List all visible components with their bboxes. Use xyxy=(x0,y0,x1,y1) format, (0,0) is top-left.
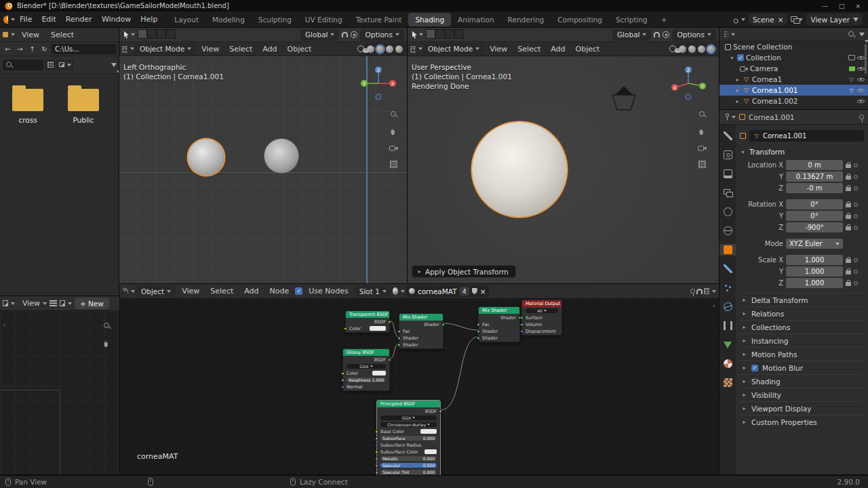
node-transparent-bsdf[interactable]: Transparent BSDF BSDF Color xyxy=(345,310,390,333)
cornea-object-rendered[interactable] xyxy=(472,122,567,217)
input-socket[interactable] xyxy=(477,329,480,333)
filter-files-icon[interactable] xyxy=(111,63,117,67)
viewport-canvas[interactable]: User Perspective (1) Collection | Cornea… xyxy=(408,56,719,284)
pin-icon[interactable] xyxy=(859,115,864,119)
view-layer-selector[interactable]: View Layer xyxy=(806,14,863,25)
metallic-slider[interactable]: Metallic0.000 xyxy=(380,456,437,461)
sidebar-toggle-icon[interactable]: ‹ xyxy=(711,303,717,309)
editor-type-icon[interactable] xyxy=(410,43,422,55)
maximize-button[interactable]: □ xyxy=(839,3,845,9)
section-shading[interactable]: ▸Shading xyxy=(740,374,864,388)
outliner-row-collection[interactable]: ▾ ✓ Collection xyxy=(719,52,868,63)
mode-select[interactable]: Object Mode xyxy=(423,43,484,55)
input-socket[interactable] xyxy=(520,316,524,319)
input-socket[interactable] xyxy=(520,329,524,333)
location-z-field[interactable]: -0 m xyxy=(786,183,843,193)
lock-icon[interactable] xyxy=(846,164,851,168)
section-relations[interactable]: ▸Relations xyxy=(740,306,864,320)
properties-tab-object-data[interactable] xyxy=(719,339,736,350)
input-socket[interactable] xyxy=(341,371,344,375)
editor-type-icon[interactable] xyxy=(123,285,135,297)
animate-dot[interactable] xyxy=(854,226,858,230)
refresh-button[interactable]: ↻ xyxy=(39,44,50,54)
editor-type-icon[interactable] xyxy=(122,43,134,55)
object-name[interactable]: Cornea1.001 xyxy=(763,132,806,140)
lock-icon[interactable] xyxy=(846,270,851,274)
input-socket[interactable] xyxy=(344,327,347,330)
sidebar-toggle-icon[interactable]: ‹ xyxy=(1,322,7,328)
tab-animation[interactable]: Animation xyxy=(451,13,501,26)
cornea-object-selected[interactable] xyxy=(188,139,224,176)
folder-item[interactable]: Public xyxy=(64,85,103,124)
lock-icon[interactable] xyxy=(846,226,851,230)
navigation-gizmo[interactable]: X Y Z xyxy=(669,64,707,102)
pan-hand-icon[interactable] xyxy=(390,127,397,136)
lock-icon[interactable] xyxy=(846,176,851,180)
pin-icon[interactable] xyxy=(690,289,695,293)
rotation-mode-select[interactable]: XYZ Euler xyxy=(786,239,843,249)
eye-object[interactable] xyxy=(264,138,299,174)
rotation-x-field[interactable]: 0° xyxy=(786,199,843,209)
camera-data-icon[interactable] xyxy=(849,66,855,71)
pan-hand-icon[interactable] xyxy=(103,340,111,348)
tab-texture-paint[interactable]: Texture Paint xyxy=(349,13,409,26)
properties-tab-particles[interactable] xyxy=(719,282,736,293)
node-mix-shader-1[interactable]: Mix Shader Shader Fac Shader Shader xyxy=(399,313,443,349)
folder-item[interactable]: cross xyxy=(8,85,47,124)
node-material-output[interactable]: Material Output All Surface Volume Displ… xyxy=(521,300,562,336)
outliner-row-cornea1-001[interactable]: ▸ ▽ Cornea1.001 ▽ xyxy=(719,85,868,96)
screen-icon[interactable] xyxy=(848,55,855,60)
zoom-icon[interactable] xyxy=(390,110,397,118)
overlay-options-icon[interactable] xyxy=(704,285,716,297)
properties-tab-world[interactable] xyxy=(719,225,736,237)
lock-icon[interactable] xyxy=(846,282,851,286)
material-browse-icon[interactable] xyxy=(393,285,405,297)
eye-icon[interactable] xyxy=(857,98,865,104)
active-tool-icon[interactable] xyxy=(123,29,135,41)
output-socket[interactable] xyxy=(439,409,442,413)
outliner-row-cornea1[interactable]: ▸ ▽ Cornea1 ▽ xyxy=(719,74,868,85)
tab-compositing[interactable]: Compositing xyxy=(551,13,609,26)
input-socket[interactable] xyxy=(341,378,344,382)
output-socket[interactable] xyxy=(388,358,391,361)
operator-redo-panel[interactable]: ▸ Apply Object Transform xyxy=(412,265,516,278)
input-socket[interactable] xyxy=(375,457,378,460)
menu-select[interactable]: Select xyxy=(46,30,79,39)
eye-icon[interactable] xyxy=(857,54,865,61)
tab-layout[interactable]: Layout xyxy=(167,13,205,26)
section-visibility[interactable]: ▸Visibility xyxy=(740,388,864,401)
collection-checkbox[interactable]: ✓ xyxy=(737,54,744,61)
node-mix-shader-2[interactable]: Mix Shader Shader Fac Shader Shader xyxy=(478,306,520,342)
unlink-material-button[interactable]: × xyxy=(480,287,486,296)
editor-type-icon[interactable] xyxy=(723,28,735,40)
rendered-shading-icon[interactable] xyxy=(395,45,403,53)
menu-select[interactable]: Select xyxy=(205,287,238,296)
navigation-gizmo[interactable]: X Y Z xyxy=(359,64,397,102)
input-socket[interactable] xyxy=(375,470,378,474)
properties-tab-output[interactable] xyxy=(719,168,736,180)
properties-tab-render[interactable] xyxy=(719,149,736,161)
transform-orientation-select[interactable]: Global xyxy=(612,29,652,41)
properties-tab-tool[interactable] xyxy=(719,130,736,142)
node-glossy-bsdf[interactable]: Glossy BSDF BSDF GGX Color Roughness1.00… xyxy=(342,348,390,391)
color-swatch[interactable] xyxy=(372,371,386,375)
menu-view[interactable]: View xyxy=(485,45,512,54)
rotation-y-field[interactable]: 0° xyxy=(786,211,843,221)
mesh-data-icon[interactable]: ▽ xyxy=(848,87,855,94)
eye-icon[interactable] xyxy=(857,65,865,72)
motion-blur-checkbox[interactable]: ✓ xyxy=(751,365,758,371)
expand-arrow-icon[interactable]: ▾ xyxy=(729,55,735,61)
path-field[interactable]: C:\Us... xyxy=(52,44,117,54)
target-select[interactable]: All xyxy=(526,308,558,313)
input-socket[interactable] xyxy=(375,430,378,433)
search-input[interactable] xyxy=(3,60,43,70)
camera-view-icon[interactable] xyxy=(698,145,707,151)
zoom-icon[interactable] xyxy=(698,110,706,118)
menu-window[interactable]: Window xyxy=(97,15,136,24)
section-viewport-display[interactable]: ▸Viewport Display xyxy=(740,401,864,415)
specular-slider[interactable]: Specular0.500 xyxy=(380,463,437,468)
expand-arrow-icon[interactable]: ▸ xyxy=(734,77,741,83)
scale-x-field[interactable]: 1.000 xyxy=(786,255,843,265)
material-shading-icon[interactable] xyxy=(386,45,393,53)
properties-tab-scene[interactable] xyxy=(719,206,736,218)
